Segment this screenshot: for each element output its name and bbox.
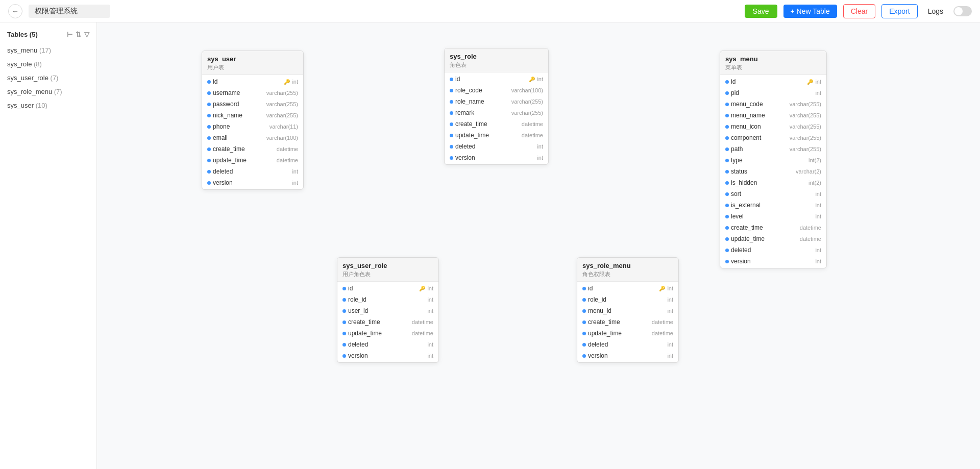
sidebar-header: Tables (5) ⊢ ⇅ ▽ [0, 29, 96, 43]
field-dot [342, 343, 346, 347]
field-dot [342, 298, 346, 302]
field-dot [725, 237, 729, 241]
field-dot [725, 170, 729, 174]
sidebar-item-sys_menu[interactable]: sys_menu (17) [0, 43, 96, 57]
sidebar-item-sys_user_role[interactable]: sys_user_role (7) [0, 71, 96, 85]
sys_role_menu-name: sys_role_menu [582, 262, 673, 269]
table-row: update_timedatetime [337, 328, 438, 339]
field-dot [725, 204, 729, 207]
field-dot [725, 159, 729, 162]
table-row: deletedint [202, 166, 303, 177]
field-dot [207, 170, 211, 174]
sidebar: Tables (5) ⊢ ⇅ ▽ sys_menu (17) sys_role … [0, 22, 97, 469]
table-row: sortint [720, 188, 826, 200]
field-dot [450, 134, 453, 137]
filter-icon[interactable]: ▽ [84, 31, 89, 38]
table-row: usernamevarchar(255) [202, 87, 303, 98]
sys_user-name: sys_user [207, 55, 298, 63]
project-title: 权限管理系统 [29, 5, 110, 18]
export-button[interactable]: Export [881, 4, 917, 18]
table-row: create_timedatetime [445, 118, 548, 130]
main-layout: Tables (5) ⊢ ⇅ ▽ sys_menu (17) sys_role … [0, 22, 980, 469]
sidebar-item-sys_role[interactable]: sys_role (8) [0, 57, 96, 71]
clear-button[interactable]: Clear [843, 4, 875, 18]
table-sys_role_menu[interactable]: sys_role_menu 角色权限表 id🔑int role_idint me… [577, 257, 679, 363]
table-row: role_namevarchar(255) [445, 96, 548, 107]
table-row: remarkvarchar(255) [445, 107, 548, 118]
table-row: typeint(2) [720, 155, 826, 166]
toggle-switch[interactable] [953, 6, 972, 16]
sys_role_menu-comment: 角色权限表 [582, 270, 673, 280]
field-dot [582, 298, 586, 302]
sys_user_role-name: sys_user_role [342, 262, 433, 269]
collapse-icon[interactable]: ⊢ [67, 31, 72, 38]
field-dot [725, 136, 729, 140]
field-dot [207, 136, 211, 140]
sys_user_role-comment: 用户角色表 [342, 270, 433, 280]
table-sys_menu[interactable]: sys_menu 菜单表 id🔑int pidint menu_codevarc… [720, 51, 827, 268]
table-row: nick_namevarchar(255) [202, 110, 303, 121]
table-row: phonevarchar(11) [202, 121, 303, 132]
field-dot [207, 103, 211, 106]
table-row: create_timedatetime [202, 143, 303, 155]
tables-title: Tables (5) [7, 31, 38, 38]
table-row: role_idint [337, 294, 438, 305]
sys_menu-name: sys_menu [725, 55, 821, 63]
sidebar-item-sys_role_menu[interactable]: sys_role_menu (7) [0, 85, 96, 98]
sys_role-header: sys_role 角色表 [445, 48, 548, 72]
header: ← 权限管理系统 Save + New Table Clear Export L… [0, 0, 980, 22]
canvas[interactable]: sys_user 用户表 id 🔑 int usernamevarchar(25… [97, 22, 980, 469]
table-sys_user[interactable]: sys_user 用户表 id 🔑 int usernamevarchar(25… [202, 51, 304, 190]
sidebar-icons: ⊢ ⇅ ▽ [67, 31, 89, 38]
table-row: statusvarchar(2) [720, 166, 826, 177]
field-dot [725, 114, 729, 117]
field-dot [207, 159, 211, 162]
sys_role-body: id🔑int role_codevarchar(100) role_nameva… [445, 72, 548, 164]
sidebar-item-sys_user[interactable]: sys_user (10) [0, 98, 96, 112]
field-dot [725, 91, 729, 95]
table-row: update_timedatetime [577, 328, 678, 339]
table-row: id🔑int [577, 283, 678, 294]
field-dot [342, 354, 346, 358]
sort-icon[interactable]: ⇅ [76, 31, 81, 38]
sys_user-comment: 用户表 [207, 64, 298, 73]
sys_role_menu-header: sys_role_menu 角色权限表 [577, 258, 678, 282]
table-row: componentvarchar(255) [720, 132, 826, 143]
field-dot [450, 78, 453, 81]
table-row: emailvarchar(100) [202, 132, 303, 143]
table-row: menu_codevarchar(255) [720, 98, 826, 110]
table-row: create_timedatetime [720, 222, 826, 233]
table-sys_role[interactable]: sys_role 角色表 id🔑int role_codevarchar(100… [444, 48, 549, 165]
table-row: role_idint [577, 294, 678, 305]
logs-button[interactable]: Logs [924, 5, 947, 18]
table-row: create_timedatetime [577, 316, 678, 328]
field-dot [207, 114, 211, 117]
field-dot [450, 111, 453, 115]
field-dot [450, 145, 453, 149]
table-row: id🔑int [337, 283, 438, 294]
field-dot [450, 100, 453, 104]
sys_role-comment: 角色表 [450, 61, 543, 71]
new-table-button[interactable]: + New Table [783, 5, 837, 18]
table-sys_user_role[interactable]: sys_user_role 用户角色表 id🔑int role_idint us… [337, 257, 439, 363]
field-dot [342, 320, 346, 324]
back-button[interactable]: ← [8, 4, 22, 18]
field-dot [342, 287, 346, 290]
save-button[interactable]: Save [745, 5, 777, 18]
table-row: pathvarchar(255) [720, 143, 826, 155]
field-dot [207, 147, 211, 151]
table-row: is_externalint [720, 200, 826, 211]
field-dot [207, 91, 211, 95]
field-dot [582, 309, 586, 313]
field-dot [450, 122, 453, 126]
field-dot [450, 156, 453, 160]
field-dot [582, 343, 586, 347]
field-dot [725, 147, 729, 151]
table-row: id🔑int [445, 73, 548, 85]
table-row: deletedint [577, 339, 678, 350]
field-dot [207, 181, 211, 185]
table-row: role_codevarchar(100) [445, 85, 548, 96]
table-row: user_idint [337, 305, 438, 316]
table-row: deletedint [720, 244, 826, 256]
table-row: deletedint [445, 141, 548, 152]
